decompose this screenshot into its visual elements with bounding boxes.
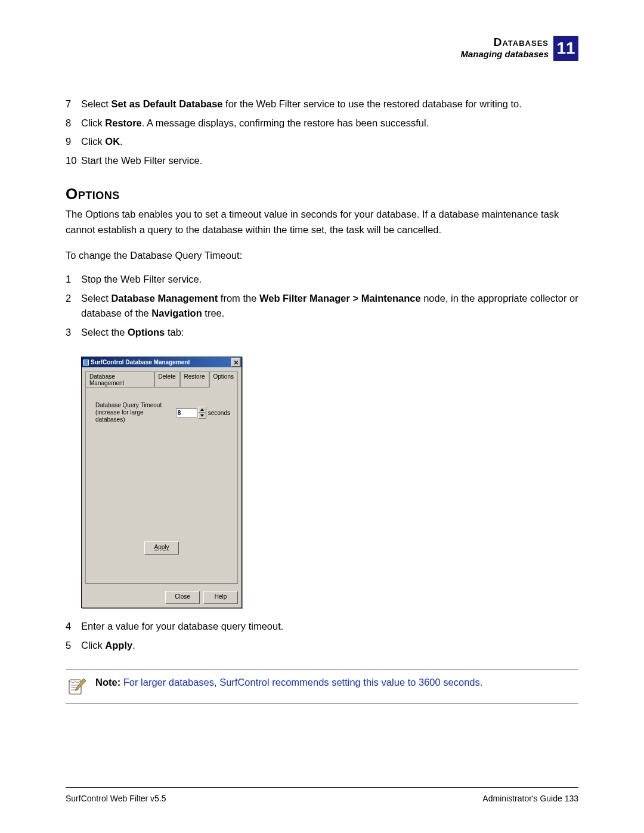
section-heading-options: Options bbox=[66, 185, 578, 203]
step-text: Start the Web Filter service. bbox=[81, 153, 202, 169]
close-button[interactable]: Close bbox=[165, 591, 200, 604]
app-icon bbox=[83, 360, 89, 366]
continuation-steps-list: 7Select Set as Default Database for the … bbox=[66, 97, 578, 168]
dialog-tabs: Database Management Delete Restore Optio… bbox=[82, 367, 242, 387]
step-text: Click Apply. bbox=[81, 638, 135, 654]
step-text: Click OK. bbox=[81, 134, 123, 150]
step-text: Select Database Management from the Web … bbox=[81, 291, 578, 321]
chapter-number-box: 11 bbox=[553, 36, 578, 61]
note-body: For larger databases, SurfControl recomm… bbox=[120, 677, 482, 688]
step-text: Select Set as Default Database for the W… bbox=[81, 97, 522, 112]
page-footer: SurfControl Web Filter v5.5 Administrato… bbox=[66, 787, 578, 803]
tab-panel-options: Database Query Timeout (increase for lar… bbox=[85, 387, 238, 584]
note-label: Note: bbox=[95, 677, 120, 688]
query-timeout-label: Database Query Timeout (increase for lar… bbox=[95, 402, 174, 423]
step-text: Select the Options tab: bbox=[81, 325, 184, 340]
footer-product: SurfControl Web Filter v5.5 bbox=[66, 794, 166, 803]
help-button[interactable]: Help bbox=[203, 591, 238, 604]
options-to-change: To change the Database Query Timeout: bbox=[66, 248, 578, 264]
spinner-up-icon[interactable] bbox=[198, 407, 206, 413]
tab-database-management[interactable]: Database Management bbox=[85, 371, 154, 388]
step-text: Click Restore. A message displays, confi… bbox=[81, 116, 429, 131]
step-text: Enter a value for your database query ti… bbox=[81, 619, 283, 634]
tab-restore[interactable]: Restore bbox=[180, 371, 209, 388]
tab-delete[interactable]: Delete bbox=[154, 371, 180, 388]
header-chapter-title: Databases bbox=[460, 36, 549, 49]
options-intro-paragraph: The Options tab enables you to set a tim… bbox=[66, 207, 578, 237]
dialog-title: SurfControl Database Management bbox=[91, 359, 190, 366]
spinner-down-icon[interactable] bbox=[198, 413, 206, 419]
header-section-title: Managing databases bbox=[460, 49, 549, 59]
close-icon[interactable] bbox=[231, 358, 240, 367]
apply-button[interactable]: Apply bbox=[144, 541, 179, 555]
dialog-screenshot: SurfControl Database Management Database… bbox=[81, 357, 578, 608]
step-text: Stop the Web Filter service. bbox=[81, 272, 202, 287]
note-callout: Note: For larger databases, SurfControl … bbox=[66, 670, 578, 704]
unit-label: seconds bbox=[208, 410, 230, 416]
dialog-titlebar: SurfControl Database Management bbox=[82, 357, 242, 367]
query-timeout-input[interactable] bbox=[176, 408, 197, 417]
page-header: Databases Managing databases 11 bbox=[66, 36, 578, 61]
options-steps-list: 1Stop the Web Filter service. 2Select Da… bbox=[66, 272, 578, 340]
tab-options[interactable]: Options bbox=[209, 371, 238, 388]
footer-page: Administrator's Guide 133 bbox=[482, 794, 578, 803]
options-steps-list-cont: 4Enter a value for your database query t… bbox=[66, 619, 578, 653]
notepad-icon bbox=[66, 675, 87, 699]
